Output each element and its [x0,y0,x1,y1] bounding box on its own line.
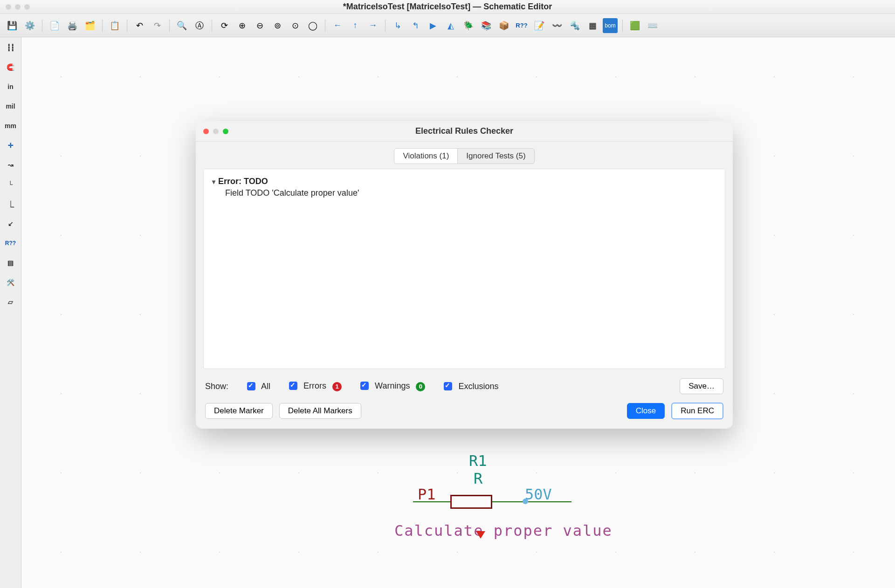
toolbar-separator [127,20,127,32]
units-mils[interactable]: mil [2,98,19,115]
zoom-out-icon[interactable]: ⊖ [252,18,267,33]
schematic-note-text[interactable]: Calculate proper value [394,522,613,540]
close-button[interactable]: Close [627,403,665,419]
hidden-pins-icon[interactable]: ↝ [2,157,19,173]
refresh-icon[interactable]: ⟳ [217,18,232,33]
line-icon[interactable]: ↙ [2,215,19,232]
filter-warnings[interactable]: Warnings 0 [360,381,425,391]
tab-violations[interactable]: Violations (1) [394,148,458,164]
violations-list[interactable]: ▾ Error: TODO Field TODO 'Calculate prop… [203,169,725,369]
enter-sheet-icon[interactable]: ↳ [390,18,405,33]
undo-icon[interactable]: ↶ [132,18,147,33]
window-title: *MatriceIsoTest [MatriceIsoTest] — Schem… [0,2,895,12]
delete-all-markers-button[interactable]: Delete All Markers [279,403,361,419]
filter-exclusions[interactable]: Exclusions [444,382,498,391]
toolbar-separator [622,20,623,32]
mirror-icon[interactable]: ◭ [443,18,458,33]
erc-icon[interactable]: 🪲 [461,18,476,33]
redo-icon[interactable]: ↷ [150,18,165,33]
filter-errors[interactable]: Errors 1 [289,381,342,391]
filter-row: Show: All Errors 1 Warnings 0 Exclusions… [196,374,733,396]
curve-icon[interactable]: ⎿ [2,196,19,212]
run-erc-button[interactable]: Run ERC [671,403,723,419]
wire-right[interactable] [492,501,571,502]
chevron-down-icon[interactable]: ▾ [212,178,215,185]
generate-bom-icon[interactable]: bom [603,18,618,33]
print-icon[interactable]: 🖨️ [65,18,80,33]
nav-up-icon[interactable]: ↑ [348,18,363,33]
update-fields-icon[interactable]: 📝 [532,18,547,33]
filter-exclusions-label: Exclusions [459,382,499,391]
snap-icon[interactable]: 🧲 [2,59,19,75]
plot-icon[interactable]: 🗂️ [83,18,97,33]
component-reference[interactable]: R1 [469,452,487,470]
delete-marker-button[interactable]: Delete Marker [205,403,273,419]
grid-dots-icon[interactable]: ┇┇ [2,39,19,56]
save-button[interactable]: Save… [680,378,723,394]
schematic-setup-icon[interactable]: ⚙️ [22,18,37,33]
toolbar-separator [169,20,170,32]
filter-exclusions-checkbox[interactable] [444,382,452,390]
pcb-editor-icon[interactable]: 🟩 [627,18,642,33]
filter-errors-checkbox[interactable] [289,382,297,390]
main-window-titlebar: *MatriceIsoTest [MatriceIsoTest] — Schem… [0,0,895,14]
resistor-body[interactable] [450,495,492,509]
errors-count-badge: 1 [332,382,342,391]
find-icon[interactable]: 🔍 [174,18,189,33]
filter-all-checkbox[interactable] [247,382,255,390]
zoom-objects-icon[interactable]: ◯ [305,18,320,33]
show-ratsnest-icon[interactable]: └ [2,176,19,193]
background-icon[interactable]: ▱ [2,294,19,310]
zoom-fit-icon[interactable]: ⊚ [270,18,285,33]
violation-item-header[interactable]: ▾ Error: TODO [212,177,716,186]
filter-warnings-checkbox[interactable] [360,382,369,390]
annotate-icon[interactable]: R?? [514,18,529,33]
units-mm[interactable]: mm [2,117,19,134]
leave-sheet-icon[interactable]: ↰ [408,18,423,33]
show-label: Show: [205,382,228,391]
preferences-icon[interactable]: 🛠️ [2,274,19,291]
wire-left[interactable] [413,501,450,502]
footprint-library-icon[interactable]: 📦 [496,18,511,33]
assign-footprints-icon[interactable]: 🔩 [567,18,582,33]
scripting-console-icon[interactable]: ⌨️ [645,18,660,33]
bom-table-icon[interactable]: ▦ [585,18,600,33]
reference-display-icon[interactable]: R?? [2,235,19,252]
run-simulation-icon[interactable]: ▶ [426,18,441,33]
simulator-icon[interactable]: 〰️ [550,18,565,33]
violation-title: Error: TODO [218,177,268,186]
erc-marker-icon[interactable] [476,531,485,539]
toolbar-separator [385,20,386,32]
dialog-actions: Delete Marker Delete All Markers Close R… [196,396,733,429]
filter-errors-label: Errors [303,381,326,390]
paste-icon[interactable]: 📋 [107,18,122,33]
net-label[interactable]: 50V [525,485,552,503]
page-settings-icon[interactable]: 📄 [47,18,62,33]
save-icon[interactable]: 💾 [5,18,20,33]
symbol-library-icon[interactable]: 📚 [479,18,494,33]
dialog-tab-bar: Violations (1) Ignored Tests (5) [196,142,733,169]
warnings-count-badge: 0 [416,382,425,391]
cursor-full-icon[interactable]: ✛ [2,137,19,154]
top-toolbar: 💾 ⚙️ 📄 🖨️ 🗂️ 📋 ↶ ↷ 🔍 Ⓐ ⟳ ⊕ ⊖ ⊚ ⊙ ◯ ← ↑ →… [0,14,895,37]
filter-all[interactable]: All [247,382,270,391]
zoom-in-icon[interactable]: ⊕ [234,18,249,33]
find-replace-icon[interactable]: Ⓐ [192,18,207,33]
toolbar-separator [325,20,325,32]
filter-all-label: All [261,382,270,391]
junction-dot[interactable] [523,499,528,504]
units-inches[interactable]: in [2,78,19,95]
toolbar-separator [42,20,42,32]
dialog-titlebar: Electrical Rules Checker [196,121,733,142]
hierarchy-icon[interactable]: ▤ [2,254,19,271]
tab-ignored-tests[interactable]: Ignored Tests (5) [458,148,534,164]
pin-label[interactable]: P1 [418,485,436,503]
nav-forward-icon[interactable]: → [365,18,380,33]
filter-warnings-label: Warnings [375,381,410,390]
violation-detail[interactable]: Field TODO 'Calculate proper value' [212,188,716,198]
toolbar-separator [102,20,103,32]
component-value-letter[interactable]: R [474,470,482,487]
toolbar-separator [212,20,212,32]
zoom-selection-icon[interactable]: ⊙ [288,18,303,33]
nav-back-icon[interactable]: ← [330,18,345,33]
